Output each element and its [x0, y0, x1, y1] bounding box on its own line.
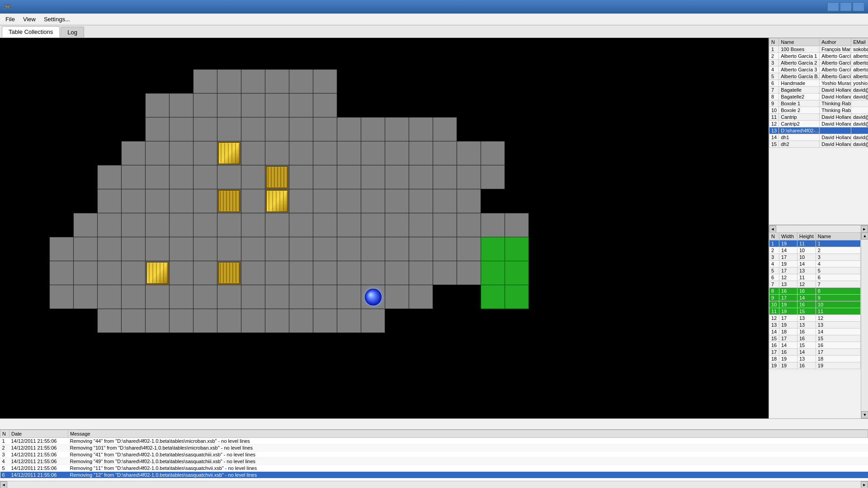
log-row[interactable]: 6 14/12/2011 21:55:06 Removing "12" from…	[0, 472, 868, 479]
level-name: 1	[816, 240, 860, 247]
log-date: 14/12/2011 21:55:06	[9, 451, 68, 458]
level-row[interactable]: 5 17 13 5	[769, 267, 861, 274]
collection-row[interactable]: 11 Cantrip David Holland david@	[769, 114, 868, 121]
collection-row[interactable]: 7 Bagatelle David Holland david@	[769, 87, 868, 94]
level-row[interactable]: 16 14 15 16	[769, 342, 861, 348]
log-row[interactable]: 5 14/12/2011 21:55:06 Removing "11" from…	[0, 465, 868, 472]
level-width: 14	[779, 342, 797, 348]
collections-hscroll[interactable]: ◄ ►	[769, 225, 868, 232]
level-row[interactable]: 13 19 13 13	[769, 321, 861, 328]
maximize-button[interactable]	[840, 2, 852, 11]
log-date: 14/12/2011 21:55:06	[9, 465, 68, 472]
scroll-right-btn[interactable]: ►	[861, 225, 868, 233]
collection-row[interactable]: 5 Alberto García B... Alberto García alb…	[769, 73, 868, 80]
level-row[interactable]: 12 17 13 12	[769, 314, 861, 321]
log-scroll-left[interactable]: ◄	[0, 481, 7, 488]
level-row[interactable]: 15 17 16 15	[769, 335, 861, 342]
level-row[interactable]: 2 14 10 2	[769, 247, 861, 253]
collection-row[interactable]: 8 Bagatelle2 David Holland david@	[769, 94, 868, 100]
level-name: 2	[816, 247, 860, 253]
level-n: 11	[769, 308, 779, 314]
level-row[interactable]: 7 13 12 7	[769, 281, 861, 287]
level-width: 17	[779, 335, 797, 342]
level-height: 16	[797, 362, 816, 369]
tab-table-collections[interactable]: Table Collections	[2, 26, 60, 38]
menubar: File View Settings...	[0, 14, 868, 25]
status-bar	[0, 418, 868, 429]
scroll-up-btn[interactable]: ▲	[861, 232, 868, 239]
level-row[interactable]: 18 19 13 18	[769, 355, 861, 362]
level-row[interactable]: 10 19 16 10	[769, 301, 861, 308]
log-row[interactable]: 2 14/12/2011 21:55:06 Removing "101" fro…	[0, 445, 868, 451]
level-row[interactable]: 1 19 11 1	[769, 240, 861, 247]
coll-author	[820, 127, 851, 134]
level-col-n: N	[769, 232, 779, 240]
level-row[interactable]: 19 19 16 19	[769, 362, 861, 369]
coll-name: Alberto García 1	[779, 53, 820, 60]
log-date: 14/12/2011 21:55:06	[9, 472, 68, 479]
col-author: Author	[820, 38, 851, 46]
level-width: 13	[779, 281, 797, 287]
level-row[interactable]: 6 12 11 6	[769, 274, 861, 281]
collection-row[interactable]: 12 Cantrip2 David Holland david@	[769, 121, 868, 127]
collection-row[interactable]: 1 100 Boxes François Marques sokoba	[769, 46, 868, 53]
coll-n: 7	[769, 87, 779, 94]
level-row[interactable]: 9 17 14 9	[769, 294, 861, 301]
collection-row[interactable]: 4 Alberto García 3 Alberto García albert…	[769, 66, 868, 73]
collection-row[interactable]: 14 dh1 David Holland david@	[769, 134, 868, 141]
collection-row[interactable]: 13 D:\shared\4f02-...	[769, 127, 868, 134]
log-hscroll[interactable]: ◄ ►	[0, 481, 868, 488]
level-n: 7	[769, 281, 779, 287]
level-row[interactable]: 4 19 14 4	[769, 260, 861, 267]
level-n: 15	[769, 335, 779, 342]
log-date: 14/12/2011 21:55:06	[9, 445, 68, 451]
levels-table-wrap[interactable]: N Width Height Name 1 19 11 1 2 14 10 2 …	[769, 232, 861, 419]
level-height: 13	[797, 355, 816, 362]
collection-row[interactable]: 15 dh2 David Holland david@	[769, 141, 868, 148]
tab-log[interactable]: Log	[61, 27, 84, 38]
level-row[interactable]: 3 17 10 3	[769, 253, 861, 260]
level-row[interactable]: 11 19 15 11	[769, 308, 861, 314]
collection-row[interactable]: 2 Alberto García 1 Alberto García albert…	[769, 53, 868, 60]
coll-n: 1	[769, 46, 779, 53]
level-height: 13	[797, 321, 816, 328]
scroll-down-btn[interactable]: ▼	[861, 411, 868, 418]
log-row[interactable]: 4 14/12/2011 21:55:06 Removing "49" from…	[0, 458, 868, 465]
collection-row[interactable]: 9 Boxole 1 Thinking Rabbit,...	[769, 100, 868, 107]
menu-settings[interactable]: Settings...	[40, 14, 74, 24]
coll-email: sokoba	[851, 46, 868, 53]
coll-author: David Holland	[820, 94, 851, 100]
level-width: 17	[779, 253, 797, 260]
log-wrap[interactable]: N Date Message 1 14/12/2011 21:55:06 Rem…	[0, 430, 868, 481]
collection-row[interactable]: 10 Boxole 2 Thinking Rabbit,...	[769, 107, 868, 114]
collections-table-wrap[interactable]: N Name Author EMail 1 100 Boxes François…	[769, 38, 868, 225]
minimize-button[interactable]	[827, 2, 839, 11]
menu-file[interactable]: File	[2, 14, 19, 24]
coll-n: 14	[769, 134, 779, 141]
level-row[interactable]: 17 16 14 17	[769, 348, 861, 355]
level-width: 14	[779, 247, 797, 253]
log-col-message: Message	[68, 430, 868, 438]
coll-author: Yoshio Murase	[820, 80, 851, 87]
level-width: 17	[779, 267, 797, 274]
level-name: 17	[816, 348, 860, 355]
level-row[interactable]: 14 18 16 14	[769, 328, 861, 335]
close-button[interactable]	[853, 2, 864, 11]
coll-email: david@	[851, 134, 868, 141]
log-row[interactable]: 3 14/12/2011 21:55:06 Removing "41" from…	[0, 451, 868, 458]
level-row[interactable]: 8 16 16 8	[769, 287, 861, 294]
coll-email	[851, 127, 868, 134]
coll-name: Alberto García 3	[779, 66, 820, 73]
log-n: 6	[0, 472, 9, 479]
log-row[interactable]: 1 14/12/2011 21:55:06 Removing "44" from…	[0, 438, 868, 445]
collection-row[interactable]: 3 Alberto García 2 Alberto García albert…	[769, 60, 868, 66]
log-date: 14/12/2011 21:55:06	[9, 458, 68, 465]
log-scroll-right[interactable]: ►	[861, 481, 868, 488]
scroll-left-btn[interactable]: ◄	[769, 225, 776, 233]
level-n: 10	[769, 301, 779, 308]
coll-n: 2	[769, 53, 779, 60]
levels-vscroll[interactable]: ▲ ▼	[861, 232, 868, 419]
menu-view[interactable]: View	[19, 14, 39, 24]
collection-row[interactable]: 6 Handmade Yoshio Murase yoshio	[769, 80, 868, 87]
level-n: 14	[769, 328, 779, 335]
